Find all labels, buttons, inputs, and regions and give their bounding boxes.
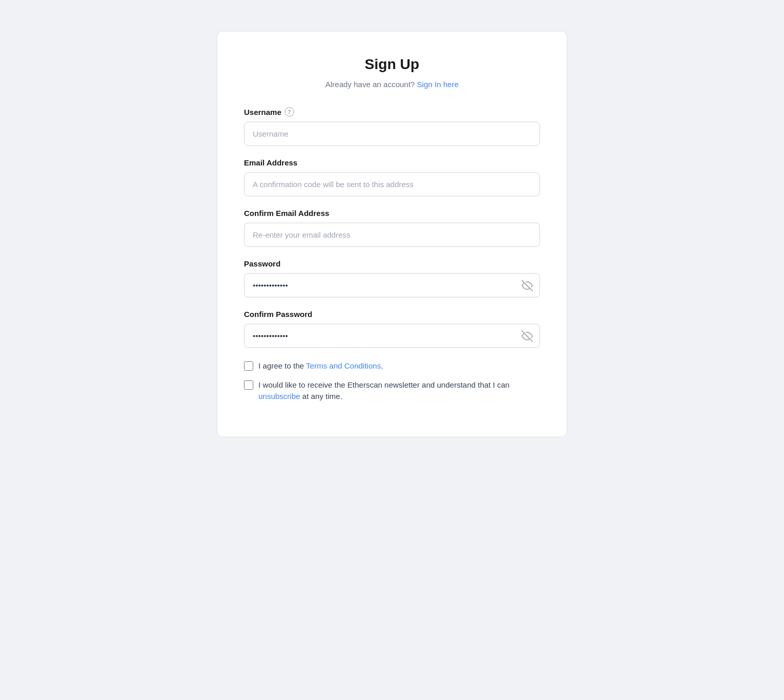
email-label: Email Address	[244, 158, 540, 167]
username-help-icon[interactable]: ?	[285, 107, 294, 116]
signin-prompt-text: Already have an account?	[325, 80, 415, 89]
newsletter-checkbox-group: I would like to receive the Etherscan ne…	[244, 379, 540, 403]
email-input[interactable]	[244, 172, 540, 196]
confirm-email-group: Confirm Email Address	[244, 209, 540, 247]
password-toggle-icon[interactable]	[521, 280, 533, 291]
terms-link[interactable]: Terms and Conditions	[306, 361, 381, 370]
signin-prompt: Already have an account? Sign In here	[244, 80, 540, 89]
password-label: Password	[244, 259, 540, 268]
username-input-wrapper	[244, 122, 540, 146]
confirm-email-input-wrapper	[244, 223, 540, 247]
password-group: Password	[244, 259, 540, 297]
page-title: Sign Up	[244, 56, 540, 73]
terms-checkbox[interactable]	[244, 361, 253, 371]
newsletter-checkbox[interactable]	[244, 380, 253, 390]
terms-checkbox-group: I agree to the Terms and Conditions.	[244, 360, 540, 372]
email-group: Email Address	[244, 158, 540, 196]
signin-link[interactable]: Sign In here	[417, 80, 459, 89]
confirm-email-label: Confirm Email Address	[244, 209, 540, 218]
email-input-wrapper	[244, 172, 540, 196]
username-group: Username ?	[244, 107, 540, 146]
password-input-wrapper	[244, 273, 540, 297]
confirm-password-label: Confirm Password	[244, 310, 540, 319]
confirm-password-toggle-icon[interactable]	[521, 330, 533, 342]
unsubscribe-link[interactable]: unsubscribe	[258, 392, 300, 401]
signup-card: Sign Up Already have an account? Sign In…	[217, 31, 567, 437]
checkboxes-section: I agree to the Terms and Conditions. I w…	[244, 360, 540, 403]
confirm-password-input[interactable]	[244, 324, 540, 348]
confirm-password-group: Confirm Password	[244, 310, 540, 348]
terms-label: I agree to the Terms and Conditions.	[258, 360, 383, 372]
confirm-password-input-wrapper	[244, 324, 540, 348]
username-label: Username ?	[244, 107, 540, 116]
newsletter-label: I would like to receive the Etherscan ne…	[258, 379, 540, 403]
username-input[interactable]	[244, 122, 540, 146]
password-input[interactable]	[244, 273, 540, 297]
confirm-email-input[interactable]	[244, 223, 540, 247]
